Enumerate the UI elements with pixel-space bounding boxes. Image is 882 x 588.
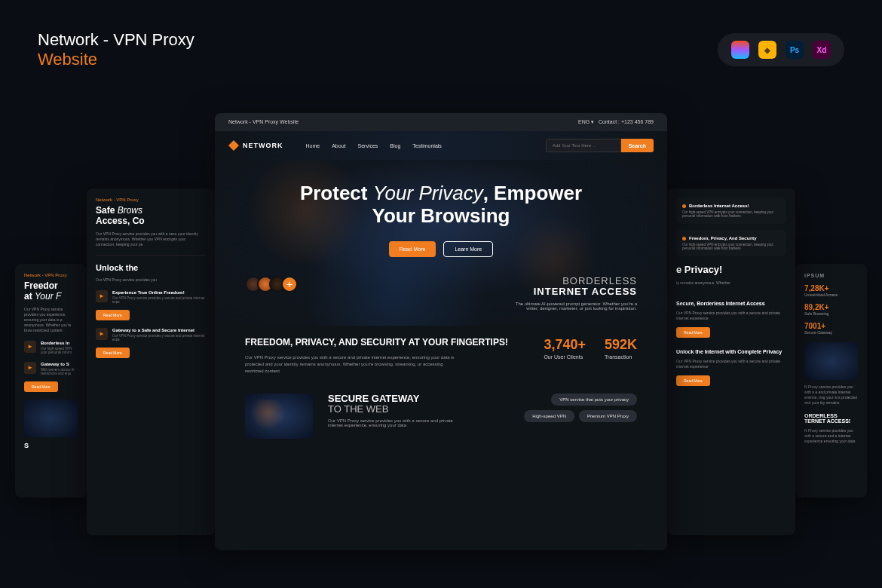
preview-center: Network - VPN Proxy Website ENG ▾ Contac… (215, 113, 667, 550)
stats: 3,740+Our User Clients 592KTransaction (544, 337, 637, 360)
sketch-icon: ◆ (758, 41, 776, 59)
main-nav: Home About Services Blog Testimonials (306, 143, 442, 149)
add-avatar-button[interactable]: + (281, 276, 298, 292)
photoshop-icon: Ps (786, 41, 804, 59)
shield-icon (96, 328, 108, 340)
preview-right: Borderless Internet Access!Our high-spee… (667, 188, 795, 535)
callout: Borderless Internet Access!Our high-spee… (676, 198, 786, 224)
nav-about[interactable]: About (332, 143, 345, 149)
read-more-button[interactable]: Read More (676, 327, 710, 338)
callout: Freedom, Privacy, And SecurityOur high-s… (676, 230, 786, 256)
signal-icon (96, 290, 108, 302)
preview-left: Network - VPN Proxy Safe BrowsAccess, Co… (87, 188, 215, 535)
topbar: Network - VPN Proxy Website ENG ▾ Contac… (215, 113, 667, 131)
read-more-button[interactable]: Read More (24, 381, 58, 392)
xd-icon: Xd (813, 41, 831, 59)
language-selector[interactable]: ENG ▾ (578, 119, 594, 124)
borderless-block: BORDERLESSINTERNET ACCESS The ultimate A… (509, 276, 637, 311)
feature-pill[interactable]: Premium VPN Proxy (579, 410, 637, 422)
search-input[interactable] (546, 139, 621, 152)
read-more-button[interactable]: Read More (96, 310, 130, 320)
gateway-image (245, 394, 313, 439)
network-image (804, 342, 858, 380)
learn-more-button[interactable]: Learn More (443, 241, 493, 257)
network-image (24, 400, 78, 437)
search-button[interactable]: Search (621, 139, 654, 152)
gateway-block: SECURE GATEWAYTO THE WEB Our VPN Proxy s… (328, 394, 464, 428)
hero-title: Protect Your Privacy, EmpowerYour Browsi… (245, 182, 637, 228)
logo-icon (228, 140, 239, 151)
preview-far-left: Network - VPN Proxy Freedorat Your F Our… (15, 264, 87, 498)
figma-icon (731, 41, 749, 59)
nav-services[interactable]: Services (357, 143, 378, 149)
freedom-block: FREEDOM, PRIVACY, AND SECURITY AT YOUR F… (245, 337, 508, 374)
feature-pill[interactable]: High-speed VPN (524, 410, 574, 422)
read-more-button[interactable]: Read More (96, 348, 130, 358)
read-more-button[interactable]: Read More (389, 241, 436, 257)
preview-far-right: IPSUM 7,28K+Unrestricted Access 89,2K+Sa… (795, 264, 867, 498)
feature-pill[interactable]: VPN service that puts your privacy (551, 394, 637, 406)
page-title: Network - VPN ProxyWebsite (38, 30, 194, 69)
user-avatars: + (245, 276, 298, 292)
nav-testimonials[interactable]: Testimonials (412, 143, 442, 149)
logo[interactable]: NETWORK (228, 140, 283, 151)
tool-badges: ◆ Ps Xd (718, 33, 844, 66)
wifi-icon (24, 341, 36, 353)
read-more-button[interactable]: Read More (676, 375, 710, 386)
nav-blog[interactable]: Blog (390, 143, 400, 149)
person-icon (24, 362, 36, 374)
nav-home[interactable]: Home (306, 143, 320, 149)
